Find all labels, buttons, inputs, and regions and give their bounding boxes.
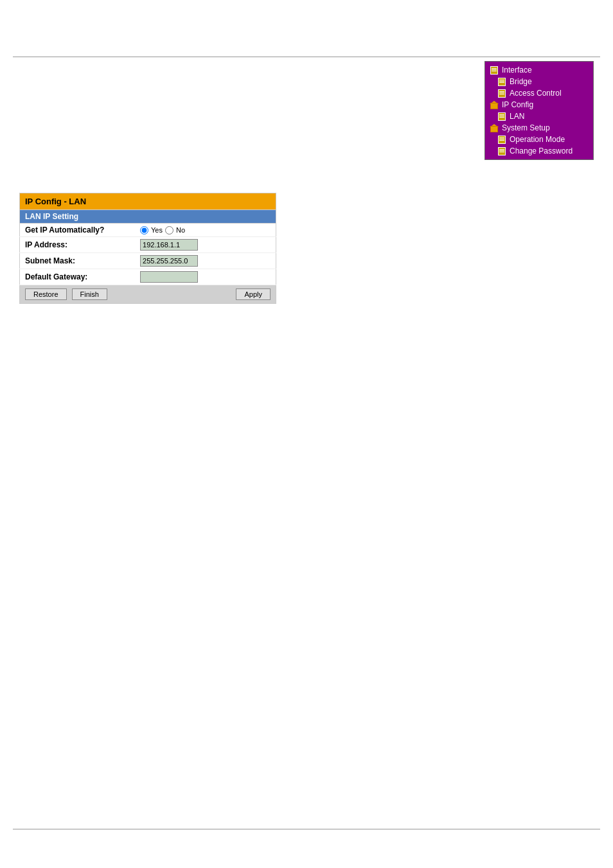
get-ip-yes-label: Yes bbox=[151, 226, 163, 234]
subnet-mask-value bbox=[135, 253, 276, 269]
bottom-divider bbox=[13, 829, 600, 829]
system-setup-icon bbox=[489, 123, 499, 132]
ip-address-label: IP Address: bbox=[20, 237, 136, 253]
top-divider bbox=[13, 57, 600, 57]
table-row-default-gateway: Default Gateway: bbox=[20, 269, 276, 285]
table-row-ip-address: IP Address: bbox=[20, 237, 276, 253]
sidebar-panel: Interface Bridge Access Control IP Confi… bbox=[484, 61, 594, 160]
subnet-mask-label: Subnet Mask: bbox=[20, 253, 136, 269]
ip-config-lan-form: IP Config - LAN LAN IP Setting Get IP Au… bbox=[19, 193, 276, 304]
form-fields-table: Get IP Automatically? Yes No IP Address: bbox=[19, 224, 276, 285]
get-ip-no-label: No bbox=[176, 226, 185, 234]
bridge-icon bbox=[497, 77, 507, 86]
apply-button[interactable]: Apply bbox=[236, 288, 271, 300]
sidebar-label-operation-mode: Operation Mode bbox=[510, 135, 565, 144]
ip-address-value bbox=[135, 237, 276, 253]
section-header: LAN IP Setting bbox=[19, 210, 276, 224]
operation-mode-icon bbox=[497, 135, 507, 144]
sidebar-item-access-control[interactable]: Access Control bbox=[485, 87, 593, 99]
get-ip-yes-radio[interactable] bbox=[140, 226, 148, 235]
sidebar-label-bridge: Bridge bbox=[510, 77, 532, 86]
sidebar-item-interface[interactable]: Interface bbox=[485, 64, 593, 76]
buttons-left-group: Restore Finish bbox=[25, 288, 107, 300]
subnet-mask-input[interactable] bbox=[140, 255, 198, 267]
default-gateway-input[interactable] bbox=[140, 271, 198, 283]
sidebar-label-change-password: Change Password bbox=[510, 146, 573, 155]
get-ip-value: Yes No bbox=[135, 224, 276, 237]
table-row-get-ip: Get IP Automatically? Yes No bbox=[20, 224, 276, 237]
ip-config-icon bbox=[489, 100, 499, 109]
sidebar-item-system-setup[interactable]: System Setup bbox=[485, 122, 593, 134]
sidebar-label-lan: LAN bbox=[510, 112, 524, 121]
get-ip-label: Get IP Automatically? bbox=[20, 224, 136, 237]
sidebar-item-bridge[interactable]: Bridge bbox=[485, 76, 593, 87]
access-control-icon bbox=[497, 89, 507, 98]
finish-button[interactable]: Finish bbox=[72, 288, 107, 300]
default-gateway-label: Default Gateway: bbox=[20, 269, 136, 285]
sidebar-item-lan[interactable]: LAN bbox=[485, 111, 593, 122]
lan-icon bbox=[497, 112, 507, 121]
buttons-right-group: Apply bbox=[236, 288, 271, 300]
form-buttons-row: Restore Finish Apply bbox=[19, 285, 276, 304]
sidebar-label-access-control: Access Control bbox=[510, 89, 562, 98]
default-gateway-value bbox=[135, 269, 276, 285]
sidebar-item-operation-mode[interactable]: Operation Mode bbox=[485, 134, 593, 145]
sidebar-item-change-password[interactable]: Change Password bbox=[485, 145, 593, 157]
sidebar-label-ip-config: IP Config bbox=[502, 100, 533, 109]
sidebar-label-system-setup: System Setup bbox=[502, 123, 550, 132]
ip-address-input[interactable] bbox=[140, 239, 198, 251]
restore-button[interactable]: Restore bbox=[25, 288, 67, 300]
change-password-icon bbox=[497, 146, 507, 155]
sidebar-item-ip-config[interactable]: IP Config bbox=[485, 99, 593, 111]
get-ip-no-radio[interactable] bbox=[165, 226, 173, 235]
interface-icon bbox=[489, 66, 499, 75]
get-ip-radio-group: Yes No bbox=[140, 226, 271, 235]
sidebar-label-interface: Interface bbox=[502, 66, 532, 75]
form-title: IP Config - LAN bbox=[19, 193, 276, 210]
table-row-subnet-mask: Subnet Mask: bbox=[20, 253, 276, 269]
